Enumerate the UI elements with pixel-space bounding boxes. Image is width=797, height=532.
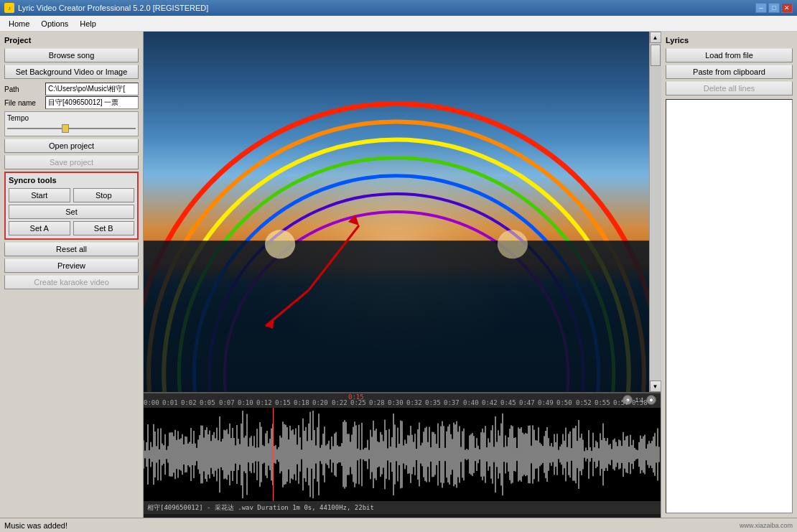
syncro-set-a-button[interactable]: Set A bbox=[9, 221, 70, 235]
menu-bar: Home Options Help bbox=[0, 16, 797, 32]
time-marker: 0:01 bbox=[162, 399, 178, 406]
time-marker: 0:22 bbox=[332, 399, 348, 406]
rainbow-svg bbox=[144, 32, 649, 392]
zoom-in-button[interactable]: ● bbox=[646, 395, 656, 405]
scroll-thumb[interactable] bbox=[651, 45, 661, 66]
time-marker: 0:15 bbox=[275, 399, 291, 406]
video-preview bbox=[144, 32, 649, 392]
time-marker: 0:47 bbox=[519, 399, 535, 406]
video-row: ▲ ▼ bbox=[144, 32, 661, 392]
open-project-button[interactable]: Open project bbox=[4, 139, 139, 153]
time-marker: 0:50 bbox=[556, 399, 572, 406]
video-area bbox=[144, 32, 649, 392]
right-panel: Lyrics Load from file Paste from clipboa… bbox=[661, 32, 797, 518]
syncro-set-button[interactable]: Set bbox=[9, 205, 134, 219]
time-marker: 0:42 bbox=[482, 399, 498, 406]
time-marker: 0:52 bbox=[576, 399, 592, 406]
main-container: Project Browse song Set Background Video… bbox=[0, 32, 797, 518]
status-bar: Music was added! www.xiazaiba.com bbox=[0, 518, 797, 532]
lyrics-text-area bbox=[666, 99, 793, 513]
path-display: Path C:\Users\po\Music\相守[ File name 目守[… bbox=[4, 83, 139, 109]
svg-point-10 bbox=[498, 230, 528, 258]
minimize-button[interactable]: – bbox=[755, 3, 767, 13]
time-marker: 0:37 bbox=[444, 399, 460, 406]
video-background bbox=[144, 32, 649, 392]
filename-label: File name bbox=[4, 99, 44, 107]
timeline-area: 0:15 ● 1:1 ● 0:000:010:020:050:070:100:1… bbox=[144, 392, 661, 518]
center-column: ▲ ▼ 0:15 ● 1:1 ● 0:000:010:020:050:070:1… bbox=[144, 32, 661, 518]
time-marker: 0:28 bbox=[369, 399, 385, 406]
time-marker: 0:49 bbox=[538, 399, 554, 406]
vertical-scrollbar: ▲ ▼ bbox=[649, 32, 661, 392]
tempo-label: Tempo bbox=[7, 114, 136, 122]
syncro-title: Syncro tools bbox=[9, 176, 134, 185]
time-marker: 0:00 bbox=[144, 399, 159, 406]
app-title: Lyric Video Creator Professional 5.2.0 [… bbox=[18, 4, 755, 12]
time-marker: 0:05 bbox=[200, 399, 215, 406]
save-project-button[interactable]: Save project bbox=[4, 155, 139, 169]
syncro-stop-button[interactable]: Stop bbox=[73, 188, 135, 202]
lyrics-section-title: Lyrics bbox=[666, 36, 793, 45]
scroll-track[interactable] bbox=[650, 43, 661, 381]
paste-from-clipboard-button[interactable]: Paste from clipboard bbox=[666, 65, 793, 79]
song-info-text: 相守[409650012] - 采花达 .wav Duration 1m 0s,… bbox=[147, 503, 374, 513]
time-marker: 0:02 bbox=[181, 399, 197, 406]
path-label: Path bbox=[4, 85, 44, 93]
playhead-line bbox=[273, 408, 274, 501]
time-marker: 0:58 bbox=[632, 399, 648, 406]
tempo-slider[interactable] bbox=[7, 123, 136, 134]
time-marker: 0:55 bbox=[595, 399, 610, 406]
time-marker: 0:30 bbox=[388, 399, 404, 406]
waveform-container[interactable] bbox=[144, 408, 661, 501]
menu-options[interactable]: Options bbox=[35, 18, 74, 29]
time-ruler: 0:15 ● 1:1 ● 0:000:010:020:050:070:100:1… bbox=[144, 393, 661, 408]
time-marker: 0:12 bbox=[256, 399, 272, 406]
time-marker: 0:57 bbox=[613, 399, 629, 406]
app-icon: ♪ bbox=[4, 3, 14, 13]
time-marker: 0:20 bbox=[312, 399, 328, 406]
time-marker: 0:35 bbox=[425, 399, 441, 406]
scroll-up-button[interactable]: ▲ bbox=[650, 32, 661, 43]
watermark: www.xiazaiba.com bbox=[740, 522, 793, 529]
load-from-file-button[interactable]: Load from file bbox=[666, 48, 793, 62]
path-value: C:\Users\po\Music\相守[ bbox=[45, 83, 139, 95]
time-marker: 0:07 bbox=[219, 399, 235, 406]
left-panel: Project Browse song Set Background Video… bbox=[0, 32, 144, 518]
menu-help[interactable]: Help bbox=[74, 18, 102, 29]
time-marker: 0:10 bbox=[238, 399, 253, 406]
set-background-button[interactable]: Set Background Video or Image bbox=[4, 65, 139, 79]
waveform-canvas bbox=[144, 408, 661, 501]
time-marker: 0:40 bbox=[463, 399, 479, 406]
preview-button[interactable]: Preview bbox=[4, 258, 139, 273]
svg-rect-8 bbox=[144, 241, 649, 392]
title-bar: ♪ Lyric Video Creator Professional 5.2.0… bbox=[0, 0, 797, 16]
menu-home[interactable]: Home bbox=[3, 18, 35, 29]
syncro-start-button[interactable]: Start bbox=[9, 188, 70, 202]
tempo-section: Tempo bbox=[4, 111, 139, 136]
filename-value: 目守[409650012] 一票 bbox=[45, 96, 139, 109]
song-info-bar: 相守[409650012] - 采花达 .wav Duration 1m 0s,… bbox=[144, 501, 661, 514]
status-message: Music was added! bbox=[4, 521, 67, 530]
time-marker: 0:18 bbox=[294, 399, 309, 406]
window-controls: – □ ✕ bbox=[755, 3, 793, 13]
close-button[interactable]: ✕ bbox=[781, 3, 793, 13]
create-karaoke-button[interactable]: Create karaoke video bbox=[4, 275, 139, 289]
browse-song-button[interactable]: Browse song bbox=[4, 48, 139, 62]
maximize-button[interactable]: □ bbox=[768, 3, 780, 13]
reset-all-button[interactable]: Reset all bbox=[4, 242, 139, 256]
syncro-set-b-button[interactable]: Set B bbox=[73, 221, 135, 235]
svg-point-9 bbox=[265, 230, 295, 258]
time-marker: 0:25 bbox=[350, 399, 366, 406]
project-section-title: Project bbox=[4, 36, 139, 45]
time-marker: 0:32 bbox=[406, 399, 422, 406]
scroll-down-button[interactable]: ▼ bbox=[650, 381, 661, 392]
delete-all-lines-button[interactable]: Delete all lines bbox=[666, 81, 793, 95]
syncro-tools-section: Syncro tools Start Stop Set Set A Set B bbox=[4, 172, 139, 240]
time-marker: 0:45 bbox=[500, 399, 516, 406]
